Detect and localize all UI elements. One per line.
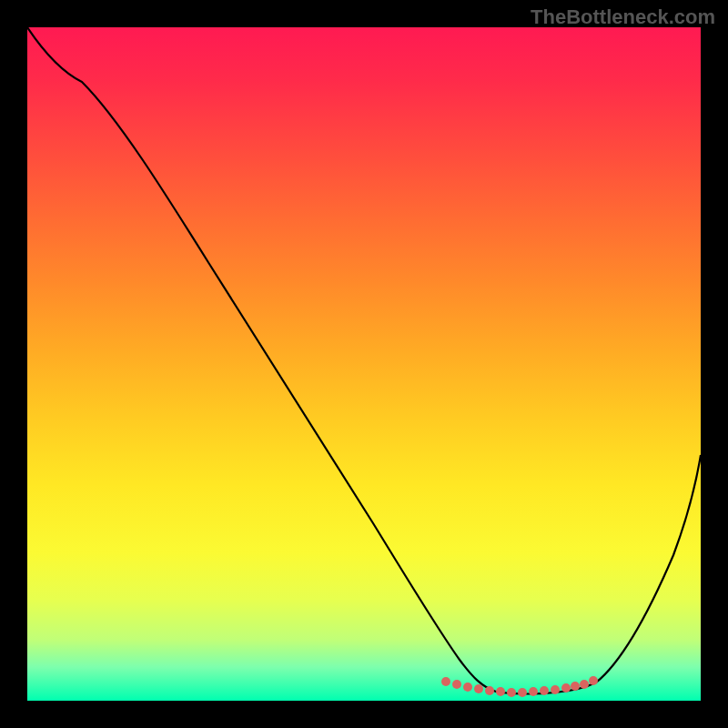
svg-point-13 [580,680,589,689]
svg-point-0 [441,677,450,686]
chart-container: TheBottleneck.com [0,0,728,728]
svg-point-5 [496,687,505,696]
svg-point-2 [463,682,472,692]
svg-point-8 [529,687,538,696]
svg-point-10 [551,685,560,694]
svg-point-3 [474,684,483,693]
svg-point-12 [571,682,580,691]
highlight-band [441,676,598,697]
svg-point-4 [485,686,494,695]
svg-point-1 [452,680,461,689]
chart-svg [27,27,701,701]
svg-point-6 [507,688,516,697]
svg-point-11 [561,683,571,693]
svg-point-9 [540,686,549,695]
watermark-text: TheBottleneck.com [531,5,715,29]
bottleneck-curve [27,27,701,694]
svg-point-14 [589,676,598,685]
plot-area [27,27,701,701]
svg-point-7 [518,688,527,697]
